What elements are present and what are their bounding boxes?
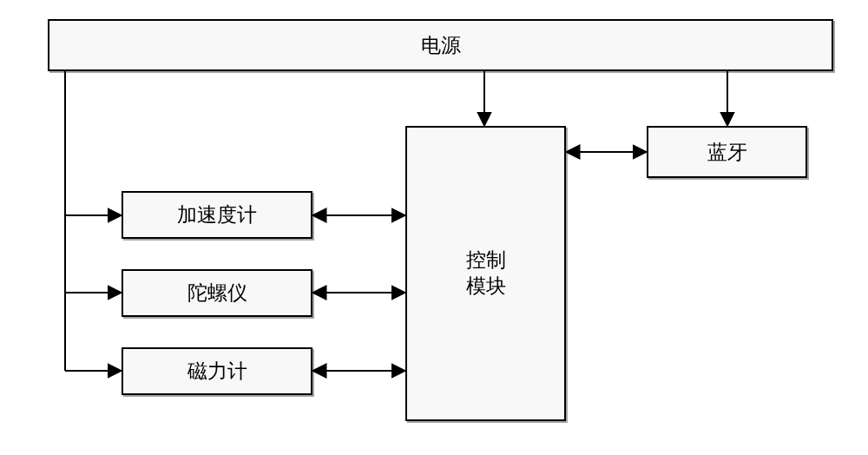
gyroscope-label: 陀螺仪 [187, 280, 247, 307]
magnetometer-block: 磁力计 [122, 347, 312, 395]
accelerometer-label: 加速度计 [177, 201, 257, 228]
power-label: 电源 [421, 32, 461, 59]
gyroscope-block: 陀螺仪 [122, 269, 312, 317]
power-block: 电源 [48, 19, 833, 71]
control-block: 控制 模块 [405, 126, 566, 421]
diagram-stage: 电源 控制 模块 蓝牙 加速度计 陀螺仪 磁力计 [0, 0, 868, 455]
accelerometer-block: 加速度计 [122, 191, 312, 239]
control-label: 控制 模块 [466, 247, 506, 300]
magnetometer-label: 磁力计 [187, 358, 247, 385]
bluetooth-block: 蓝牙 [647, 126, 807, 178]
bluetooth-label: 蓝牙 [707, 139, 747, 166]
